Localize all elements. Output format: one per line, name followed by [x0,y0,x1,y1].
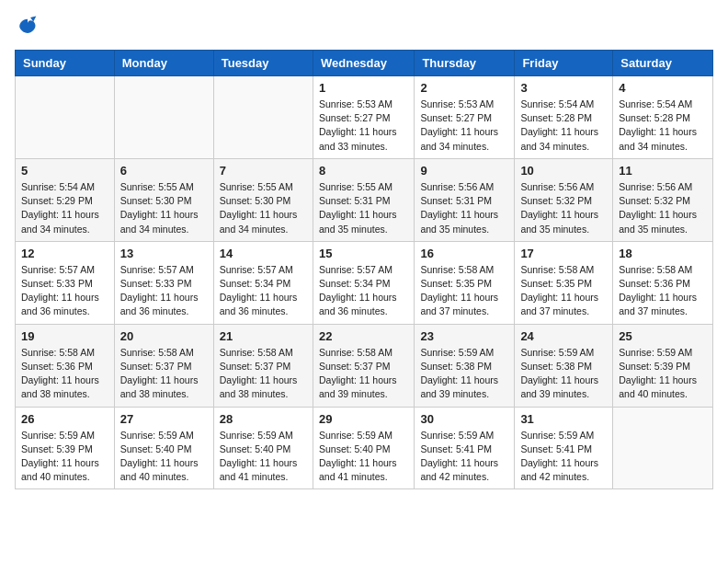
day-info: Sunrise: 5:57 AM Sunset: 5:33 PM Dayligh… [21,263,108,319]
calendar-cell: 29Sunrise: 5:59 AM Sunset: 5:40 PM Dayli… [313,407,414,489]
day-info: Sunrise: 5:59 AM Sunset: 5:41 PM Dayligh… [420,429,508,485]
calendar-cell: 22Sunrise: 5:58 AM Sunset: 5:37 PM Dayli… [313,324,414,407]
calendar-week-row: 1Sunrise: 5:53 AM Sunset: 5:27 PM Daylig… [16,76,713,159]
calendar-cell: 27Sunrise: 5:59 AM Sunset: 5:40 PM Dayli… [114,407,213,489]
calendar-week-row: 19Sunrise: 5:58 AM Sunset: 5:36 PM Dayli… [16,324,713,407]
day-number: 8 [319,164,408,178]
day-info: Sunrise: 5:56 AM Sunset: 5:32 PM Dayligh… [619,180,707,236]
day-info: Sunrise: 5:59 AM Sunset: 5:39 PM Dayligh… [21,429,108,485]
calendar-header-row: SundayMondayTuesdayWednesdayThursdayFrid… [16,51,713,76]
day-info: Sunrise: 5:58 AM Sunset: 5:37 PM Dayligh… [120,346,208,402]
day-info: Sunrise: 5:58 AM Sunset: 5:37 PM Dayligh… [319,346,408,402]
day-info: Sunrise: 5:54 AM Sunset: 5:29 PM Dayligh… [21,180,108,236]
day-info: Sunrise: 5:58 AM Sunset: 5:36 PM Dayligh… [619,263,707,319]
column-header-tuesday: Tuesday [213,51,313,76]
day-number: 24 [520,329,607,343]
day-info: Sunrise: 5:59 AM Sunset: 5:40 PM Dayligh… [220,429,307,485]
calendar-cell: 31Sunrise: 5:59 AM Sunset: 5:41 PM Dayli… [515,407,613,489]
day-number: 28 [220,412,307,426]
calendar-cell: 28Sunrise: 5:59 AM Sunset: 5:40 PM Dayli… [213,407,313,489]
calendar-cell: 30Sunrise: 5:59 AM Sunset: 5:41 PM Dayli… [415,407,515,489]
calendar-cell: 8Sunrise: 5:55 AM Sunset: 5:31 PM Daylig… [313,158,414,241]
calendar-cell: 13Sunrise: 5:57 AM Sunset: 5:33 PM Dayli… [114,241,213,324]
calendar-cell: 9Sunrise: 5:56 AM Sunset: 5:31 PM Daylig… [415,158,515,241]
day-info: Sunrise: 5:53 AM Sunset: 5:27 PM Dayligh… [319,98,408,154]
calendar-cell: 3Sunrise: 5:54 AM Sunset: 5:28 PM Daylig… [515,76,613,159]
calendar-cell: 6Sunrise: 5:55 AM Sunset: 5:30 PM Daylig… [114,158,213,241]
page-header [15,15,713,40]
day-number: 19 [21,329,108,343]
calendar-cell: 12Sunrise: 5:57 AM Sunset: 5:33 PM Dayli… [16,241,115,324]
day-number: 27 [120,412,208,426]
day-info: Sunrise: 5:54 AM Sunset: 5:28 PM Dayligh… [520,98,607,154]
calendar-cell: 25Sunrise: 5:59 AM Sunset: 5:39 PM Dayli… [613,324,713,407]
day-number: 5 [21,164,108,178]
calendar-cell: 20Sunrise: 5:58 AM Sunset: 5:37 PM Dayli… [114,324,213,407]
calendar-week-row: 5Sunrise: 5:54 AM Sunset: 5:29 PM Daylig… [16,158,713,241]
calendar-cell [16,76,115,159]
calendar-cell: 21Sunrise: 5:58 AM Sunset: 5:37 PM Dayli… [213,324,313,407]
day-info: Sunrise: 5:59 AM Sunset: 5:40 PM Dayligh… [120,429,208,485]
calendar-cell: 11Sunrise: 5:56 AM Sunset: 5:32 PM Dayli… [613,158,713,241]
day-info: Sunrise: 5:59 AM Sunset: 5:38 PM Dayligh… [520,346,607,402]
day-number: 29 [319,412,408,426]
logo-icon [15,15,40,40]
column-header-sunday: Sunday [16,51,115,76]
day-info: Sunrise: 5:58 AM Sunset: 5:35 PM Dayligh… [420,263,508,319]
day-number: 9 [420,164,508,178]
calendar-cell: 17Sunrise: 5:58 AM Sunset: 5:35 PM Dayli… [515,241,613,324]
calendar-cell: 5Sunrise: 5:54 AM Sunset: 5:29 PM Daylig… [16,158,115,241]
day-info: Sunrise: 5:56 AM Sunset: 5:31 PM Dayligh… [420,180,508,236]
calendar-cell: 4Sunrise: 5:54 AM Sunset: 5:28 PM Daylig… [613,76,713,159]
calendar-cell [613,407,713,489]
day-info: Sunrise: 5:55 AM Sunset: 5:31 PM Dayligh… [319,180,408,236]
calendar-table: SundayMondayTuesdayWednesdayThursdayFrid… [15,50,713,489]
day-number: 12 [21,247,108,260]
calendar-cell: 23Sunrise: 5:59 AM Sunset: 5:38 PM Dayli… [415,324,515,407]
day-number: 22 [319,329,408,343]
calendar-cell: 1Sunrise: 5:53 AM Sunset: 5:27 PM Daylig… [313,76,414,159]
day-info: Sunrise: 5:53 AM Sunset: 5:27 PM Dayligh… [420,98,508,154]
day-number: 13 [120,247,208,260]
day-number: 17 [520,247,607,260]
day-number: 4 [619,81,707,95]
day-number: 3 [520,81,607,95]
day-number: 2 [420,81,508,95]
calendar-cell: 2Sunrise: 5:53 AM Sunset: 5:27 PM Daylig… [415,76,515,159]
day-info: Sunrise: 5:58 AM Sunset: 5:37 PM Dayligh… [220,346,307,402]
calendar-cell: 7Sunrise: 5:55 AM Sunset: 5:30 PM Daylig… [213,158,313,241]
column-header-monday: Monday [114,51,213,76]
day-info: Sunrise: 5:58 AM Sunset: 5:36 PM Dayligh… [21,346,108,402]
day-info: Sunrise: 5:55 AM Sunset: 5:30 PM Dayligh… [120,180,208,236]
calendar-cell [114,76,213,159]
day-number: 20 [120,329,208,343]
day-info: Sunrise: 5:59 AM Sunset: 5:39 PM Dayligh… [619,346,707,402]
day-number: 16 [420,247,508,260]
column-header-thursday: Thursday [415,51,515,76]
day-info: Sunrise: 5:59 AM Sunset: 5:41 PM Dayligh… [520,429,607,485]
day-info: Sunrise: 5:54 AM Sunset: 5:28 PM Dayligh… [619,98,707,154]
day-info: Sunrise: 5:57 AM Sunset: 5:34 PM Dayligh… [319,263,408,319]
day-number: 26 [21,412,108,426]
calendar-cell: 16Sunrise: 5:58 AM Sunset: 5:35 PM Dayli… [415,241,515,324]
day-number: 30 [420,412,508,426]
day-number: 21 [220,329,307,343]
calendar-cell [213,76,313,159]
day-number: 11 [619,164,707,178]
calendar-cell: 26Sunrise: 5:59 AM Sunset: 5:39 PM Dayli… [16,407,115,489]
day-info: Sunrise: 5:57 AM Sunset: 5:33 PM Dayligh… [120,263,208,319]
calendar-cell: 10Sunrise: 5:56 AM Sunset: 5:32 PM Dayli… [515,158,613,241]
day-number: 14 [220,247,307,260]
calendar-week-row: 12Sunrise: 5:57 AM Sunset: 5:33 PM Dayli… [16,241,713,324]
day-number: 1 [319,81,408,95]
day-number: 31 [520,412,607,426]
day-info: Sunrise: 5:57 AM Sunset: 5:34 PM Dayligh… [220,263,307,319]
calendar-cell: 24Sunrise: 5:59 AM Sunset: 5:38 PM Dayli… [515,324,613,407]
day-info: Sunrise: 5:59 AM Sunset: 5:40 PM Dayligh… [319,429,408,485]
day-number: 25 [619,329,707,343]
column-header-saturday: Saturday [613,51,713,76]
day-number: 23 [420,329,508,343]
day-number: 7 [220,164,307,178]
day-number: 15 [319,247,408,260]
column-header-wednesday: Wednesday [313,51,414,76]
